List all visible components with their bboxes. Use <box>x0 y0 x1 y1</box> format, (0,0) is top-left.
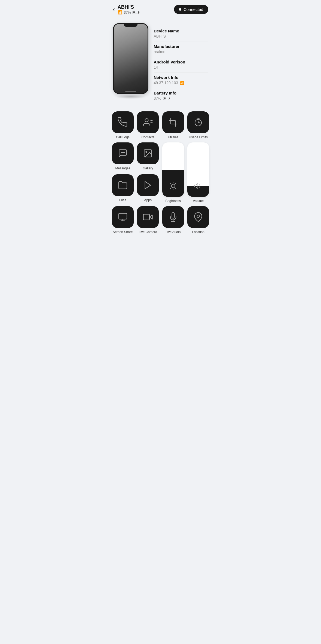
control-files[interactable]: Files <box>112 174 134 203</box>
files-label: Files <box>119 198 126 202</box>
control-brightness[interactable]: Brightness <box>162 142 184 203</box>
utilities-label: Utilities <box>168 135 178 139</box>
svg-line-20 <box>175 183 176 184</box>
connected-dot-icon <box>179 8 181 11</box>
header-left: ‹ ABHI'S 📶 37% <box>113 4 139 14</box>
control-live-camera[interactable]: Live Camera <box>137 206 159 234</box>
svg-point-9 <box>124 152 124 153</box>
svg-point-29 <box>197 215 200 218</box>
network-label: Network Info <box>154 75 208 80</box>
control-contacts[interactable]: Contacts <box>137 111 159 139</box>
control-apps[interactable]: Apps <box>137 174 159 203</box>
main-grid: Call Logs Contacts Utilities Usage Limit… <box>112 111 209 203</box>
control-location[interactable]: Location <box>187 206 209 234</box>
screen-icon <box>118 212 128 222</box>
device-name-value: ABHI'S <box>154 34 208 38</box>
svg-line-19 <box>170 188 171 189</box>
volume-slider-icon <box>194 182 203 191</box>
device-name-label: Device Name <box>154 29 208 33</box>
info-network: Network Info 49.37.129.103 📶 <box>154 72 208 88</box>
gallery-label: Gallery <box>143 166 153 170</box>
svg-line-15 <box>170 183 171 184</box>
location-icon-box <box>187 206 209 228</box>
device-name-header: ABHI'S <box>118 4 139 10</box>
device-section: Device Name ABHI'S Manufacturer realme A… <box>108 18 214 106</box>
battery-icon-header <box>133 11 139 14</box>
live-camera-label: Live Camera <box>139 230 157 234</box>
crop-icon <box>168 117 178 127</box>
svg-point-11 <box>146 151 147 153</box>
info-battery: Battery Info 37% <box>154 88 208 103</box>
live-audio-icon-box <box>162 206 184 228</box>
volume-icon <box>194 182 203 190</box>
control-call-logs[interactable]: Call Logs <box>112 111 134 139</box>
battery-percent-header: 37% <box>124 10 131 14</box>
svg-point-7 <box>121 152 122 153</box>
phone-mockup-wrapper <box>113 23 148 103</box>
brightness-label: Brightness <box>165 199 181 203</box>
play-icon <box>143 180 153 190</box>
phone-icon <box>118 117 128 127</box>
info-android: Android Verison 14 <box>154 57 208 72</box>
wifi-icon-info: 📶 <box>180 81 184 85</box>
svg-rect-3 <box>171 121 176 124</box>
control-usage-limits[interactable]: Usage Limits <box>187 111 209 139</box>
device-info-panel: Device Name ABHI'S Manufacturer realme A… <box>154 23 208 103</box>
back-button[interactable]: ‹ <box>113 6 115 13</box>
call-logs-icon-box <box>112 111 134 133</box>
control-gallery[interactable]: Gallery <box>137 142 159 171</box>
location-label: Location <box>192 230 204 234</box>
brightness-slider-box[interactable] <box>162 142 184 197</box>
screen-share-icon-box <box>112 206 134 228</box>
messages-label: Messages <box>115 166 130 170</box>
messages-icon-box <box>112 142 134 164</box>
folder-icon <box>118 180 128 190</box>
svg-point-8 <box>122 152 123 153</box>
camera-icon <box>143 212 153 222</box>
mic-icon <box>168 212 178 222</box>
timer-icon <box>193 117 203 127</box>
control-volume[interactable]: Volume <box>187 142 209 203</box>
svg-rect-23 <box>119 213 127 219</box>
apps-label: Apps <box>144 198 152 202</box>
apps-icon-box <box>137 174 159 196</box>
svg-point-0 <box>145 119 148 122</box>
header: ‹ ABHI'S 📶 37% Connected <box>108 0 214 18</box>
phone-shadow <box>116 94 146 99</box>
files-icon-box <box>112 174 134 196</box>
manufacturer-value: realme <box>154 50 208 54</box>
screen-share-label: Screen Share <box>113 230 133 234</box>
phone-mockup <box>113 23 148 94</box>
network-value: 49.37.129.103 📶 <box>154 81 208 85</box>
location-icon <box>193 212 203 222</box>
control-live-audio[interactable]: Live Audio <box>162 206 184 234</box>
control-messages[interactable]: Messages <box>112 142 134 171</box>
svg-marker-21 <box>195 184 198 189</box>
call-logs-label: Call Logs <box>116 135 130 139</box>
volume-slider-box[interactable] <box>187 142 209 197</box>
manufacturer-label: Manufacturer <box>154 44 208 49</box>
svg-point-12 <box>171 184 175 188</box>
live-audio-label: Live Audio <box>166 230 181 234</box>
control-screen-share[interactable]: Screen Share <box>112 206 134 234</box>
brightness-slider-icon <box>169 182 178 191</box>
connected-label: Connected <box>184 7 203 12</box>
android-label: Android Verison <box>154 60 208 64</box>
usage-limits-label: Usage Limits <box>189 135 208 139</box>
live-camera-icon-box <box>137 206 159 228</box>
sun-icon <box>169 182 178 190</box>
controls-section: Call Logs Contacts Utilities Usage Limit… <box>108 106 214 239</box>
info-device-name: Device Name ABHI'S <box>154 26 208 41</box>
info-manufacturer: Manufacturer realme <box>154 41 208 57</box>
utilities-icon-box <box>162 111 184 133</box>
svg-line-16 <box>175 188 176 189</box>
device-header-info: ABHI'S 📶 37% <box>118 4 139 14</box>
battery-value: 37% <box>154 96 208 100</box>
battery-icon-info <box>163 97 169 100</box>
connected-badge: Connected <box>174 5 208 14</box>
android-value: 14 <box>154 65 208 69</box>
message-icon <box>118 148 128 158</box>
bottom-row: Screen Share Live Camera Live Audio Loca… <box>112 206 209 234</box>
contacts-icon <box>143 117 153 127</box>
control-utilities[interactable]: Utilities <box>162 111 184 139</box>
